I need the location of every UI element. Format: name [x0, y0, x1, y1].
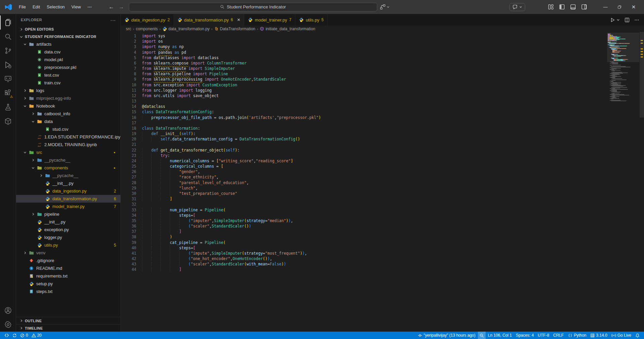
code-editor[interactable]: 1234567891011121314151617181920212223242…: [121, 32, 644, 332]
breadcrumb-data-transformation-py[interactable]: data_transformation.py: [162, 27, 210, 31]
status-remote[interactable]: [3, 332, 11, 339]
minimize-button[interactable]: —: [598, 0, 612, 14]
tree-item-setup-py[interactable]: setup.py: [16, 280, 120, 288]
status-sync[interactable]: [11, 332, 18, 339]
breadcrumb-datatransformation[interactable]: DataTransformation: [214, 27, 255, 31]
status-error[interactable]: 020: [18, 332, 43, 339]
close-tab-icon[interactable]: ✕: [237, 17, 240, 22]
tree-item-artifacts[interactable]: artifacts: [16, 40, 120, 48]
breadcrumb-initiate-data-transformation[interactable]: initiate_data_transformation: [260, 27, 315, 31]
close-window-button[interactable]: ✕: [627, 0, 641, 14]
status--yeripallivijay-13-hours-ago-[interactable]: "yeripallivijay" (13 hours ago): [416, 332, 477, 339]
toggle-secondary-sidebar-icon[interactable]: [581, 4, 587, 10]
tree-item-steps-txt[interactable]: steps.txt: [16, 288, 120, 295]
tree-item--init-py[interactable]: __init__.py: [16, 179, 120, 187]
tree-item-2-model-training-ipynb[interactable]: 2.MODEL TRAINING.ipynb: [16, 141, 120, 149]
explorer-more-actions-icon[interactable]: ···: [110, 17, 116, 23]
tree-item--pycache-[interactable]: __pycache__: [16, 172, 120, 179]
activitybar-search[interactable]: [0, 30, 16, 44]
tree-item-stud-csv[interactable]: stud.csv: [16, 125, 120, 133]
tree-item-data-transformation-py[interactable]: data_transformation.py6: [16, 195, 120, 203]
folder-icon: [36, 111, 43, 116]
tree-item-preprocessor-pkl[interactable]: preprocessor.pkl: [16, 63, 120, 71]
tab-utils-py[interactable]: utils.py5: [295, 14, 328, 26]
customize-layout-icon[interactable]: [548, 4, 554, 10]
status-python[interactable]: Python: [566, 332, 588, 339]
menu-selection[interactable]: Selection: [43, 3, 68, 11]
breadcrumb-components[interactable]: components: [136, 27, 158, 31]
activitybar-remote-explorer[interactable]: [0, 72, 16, 86]
command-center[interactable]: Student Performance Indicator: [129, 3, 377, 11]
activitybar-source-control[interactable]: [0, 44, 16, 58]
minimap[interactable]: [607, 33, 639, 103]
status-crlf[interactable]: CRLF: [552, 332, 565, 339]
nav-forward-icon[interactable]: →: [119, 4, 124, 10]
toggle-panel-icon[interactable]: [570, 4, 576, 10]
status-zoom-out[interactable]: [478, 332, 486, 339]
split-editor-button[interactable]: [625, 17, 630, 23]
activitybar-settings[interactable]: [0, 317, 16, 332]
tree-item-src[interactable]: src●: [16, 149, 120, 156]
open-editors-section[interactable]: OPEN EDITORS: [16, 26, 120, 33]
tree-item-data-ingestion-py[interactable]: data_ingestion.py2: [16, 187, 120, 195]
run-button[interactable]: [610, 17, 615, 23]
tree-item-components[interactable]: components●: [16, 164, 120, 172]
status-bell[interactable]: [634, 332, 641, 339]
tree-item-train-csv[interactable]: train.csv: [16, 79, 120, 87]
section-timeline[interactable]: TIMELINE: [16, 324, 120, 332]
chevron-down-button[interactable]: [616, 18, 620, 22]
copilot-button[interactable]: [509, 3, 525, 11]
nav-back-icon[interactable]: ←: [109, 4, 114, 10]
ellipsis-button[interactable]: [634, 17, 639, 23]
tab-model-trainer-py[interactable]: model_trainer.py7: [244, 14, 295, 26]
tree-item-model-trainer-py[interactable]: model_trainer.py7: [16, 203, 120, 210]
tree-item--gitignore[interactable]: .gitignore: [16, 257, 120, 264]
folder-icon: [44, 173, 51, 178]
tree-item-readme-md[interactable]: iREADME.md: [16, 264, 120, 272]
tree-item-logger-py[interactable]: logger.py: [16, 234, 120, 241]
tree-item-data-csv[interactable]: data.csv: [16, 48, 120, 56]
status-go-live[interactable]: Go Live: [610, 332, 633, 339]
tab-data-transformation-py[interactable]: data_transformation.py6✕: [174, 14, 245, 26]
toggle-primary-sidebar-icon[interactable]: [559, 4, 565, 10]
tree-item-requirements-txt[interactable]: requirements.txt: [16, 272, 120, 280]
menu-file[interactable]: File: [15, 3, 29, 11]
activitybar-extensions[interactable]: ⚠: [0, 86, 16, 100]
line-number: 18: [121, 126, 136, 131]
tree-item-utils-py[interactable]: utils.py5: [16, 241, 120, 249]
session-graph-button[interactable]: [380, 4, 390, 10]
tree-item-label: __pycache__: [44, 158, 70, 163]
activitybar-testing[interactable]: [0, 100, 16, 114]
tree-item-model-pkl[interactable]: model.pkl: [16, 56, 120, 63]
editor-scrollbar[interactable]: [640, 32, 644, 332]
tree-item-data[interactable]: data: [16, 118, 120, 125]
menu-view[interactable]: View: [68, 3, 84, 11]
status-ln-106-col-1[interactable]: Ln 106, Col 1: [486, 332, 513, 339]
status-utf-8[interactable]: UTF-8: [536, 332, 551, 339]
tree-item-venv[interactable]: venv: [16, 249, 120, 257]
activitybar-files[interactable]: [0, 15, 16, 30]
project-section[interactable]: STUDENT PERFORMANCE INDICATOR: [16, 33, 120, 40]
menu-more[interactable]: ···: [84, 3, 95, 11]
tree-item--init-py[interactable]: __init__.py: [16, 218, 120, 226]
breadcrumb-src[interactable]: src: [126, 27, 131, 31]
tab-data-ingestion-py[interactable]: data_ingestion.py2: [121, 14, 174, 26]
activitybar-debug[interactable]: [0, 58, 16, 72]
tree-item-exception-py[interactable]: exception.py: [16, 226, 120, 234]
tree-item-logs[interactable]: logs: [16, 87, 120, 94]
tree-item-catboost-info[interactable]: catboost_info: [16, 110, 120, 118]
menu-edit[interactable]: Edit: [29, 3, 43, 11]
search-icon: [220, 5, 225, 9]
tree-item-notebook[interactable]: Notebook: [16, 102, 120, 110]
activitybar-containers[interactable]: [0, 114, 16, 128]
section-outline[interactable]: OUTLINE: [16, 317, 120, 324]
tree-item-1-eda-student-performance-ipynb[interactable]: 1.EDA STUDENT PERFORMANCE.ipynb: [16, 133, 120, 141]
activitybar-account[interactable]: [0, 303, 16, 317]
status-3-14-0[interactable]: 3.14.0: [589, 332, 609, 339]
tree-item-test-csv[interactable]: test.csv: [16, 71, 120, 79]
tree-item-mlproject-egg-info[interactable]: mlproject.egg-info: [16, 94, 120, 102]
restore-button[interactable]: [612, 0, 627, 14]
status-spaces-4[interactable]: Spaces: 4: [514, 332, 535, 339]
tree-item--pycache-[interactable]: __pycache__: [16, 156, 120, 164]
tree-item-pipeline[interactable]: pipeline: [16, 210, 120, 218]
